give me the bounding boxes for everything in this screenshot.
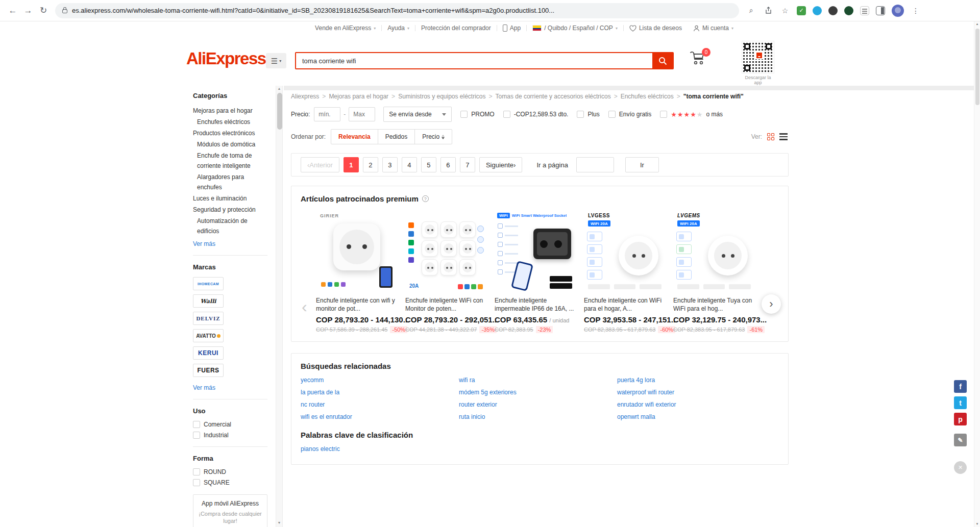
- related-link[interactable]: yecomm: [301, 377, 459, 384]
- checkbox[interactable]: [193, 468, 200, 475]
- browser-back-icon[interactable]: ←: [5, 6, 20, 16]
- nav-locale-selector[interactable]: / Quibdo / Español / COP▾: [527, 24, 623, 32]
- checkbox[interactable]: [460, 111, 468, 118]
- share-icon[interactable]: [763, 6, 773, 16]
- browser-reload-icon[interactable]: ↻: [36, 5, 51, 16]
- scrollbar-thumb[interactable]: [975, 29, 979, 105]
- extension-shield-icon[interactable]: ✓: [797, 6, 806, 15]
- related-link[interactable]: enrutador wifi exterior: [617, 401, 775, 408]
- coupon-filter[interactable]: -COP12,589.53 dto.: [503, 111, 569, 118]
- keyword-link[interactable]: pianos electric: [301, 445, 340, 453]
- sidebar-category[interactable]: Productos electrónicos: [193, 128, 267, 138]
- app-promo-box[interactable]: App móvil AliExpress ¡Compra desde cualq…: [193, 494, 267, 527]
- close-icon[interactable]: ✕: [954, 461, 967, 474]
- checkbox[interactable]: [503, 111, 510, 118]
- sort-price-tab[interactable]: Precio: [415, 130, 452, 144]
- product-title[interactable]: Enchufe inteligente con WiFi para el hog…: [584, 296, 666, 313]
- page-number[interactable]: 5: [421, 157, 436, 172]
- nav-app[interactable]: App: [497, 24, 526, 32]
- nav-help[interactable]: Ayuda▾: [382, 24, 415, 32]
- sort-orders-tab[interactable]: Pedidos: [378, 130, 415, 144]
- related-link[interactable]: la puerta de la: [301, 389, 459, 396]
- scroll-up-icon[interactable]: ▲: [276, 86, 282, 92]
- checkbox[interactable]: [193, 479, 200, 486]
- breadcrumb-link[interactable]: Suministros y equipos eléctricos: [398, 93, 492, 100]
- categories-see-more-link[interactable]: Ver más: [193, 240, 215, 247]
- sidebar-category[interactable]: Módulos de domótica: [193, 139, 267, 149]
- aliexpress-logo[interactable]: AliExpress: [186, 49, 266, 68]
- sidebar-category[interactable]: Alargadores para enchufes: [193, 172, 267, 192]
- scroll-down-icon[interactable]: ▼: [974, 522, 980, 525]
- facebook-share-icon[interactable]: f: [954, 380, 967, 393]
- extension-icon[interactable]: [813, 6, 822, 15]
- product-card[interactable]: LVGEMS WiFi 20A Enchufe inteligente Tuya…: [673, 210, 755, 333]
- scrollbar-thumb[interactable]: [277, 93, 282, 130]
- extension-icon[interactable]: [828, 6, 838, 15]
- page-number[interactable]: 7: [460, 157, 475, 172]
- brands-see-more-link[interactable]: Ver más: [193, 384, 215, 391]
- nav-sell-on-aliexpress[interactable]: Vende en AliExpress▾: [309, 24, 381, 32]
- related-link[interactable]: router exterior: [459, 401, 617, 408]
- grid-view-icon[interactable]: [767, 133, 774, 140]
- uso-option[interactable]: Comercial: [193, 421, 267, 428]
- side-panel-icon[interactable]: [876, 6, 885, 15]
- prev-page-button[interactable]: ‹ Anterior: [301, 157, 339, 172]
- info-icon[interactable]: ?: [422, 195, 429, 202]
- related-link[interactable]: módem 5g exteriores: [459, 389, 617, 396]
- browser-menu-icon[interactable]: ⋮: [911, 6, 921, 16]
- rating-filter[interactable]: ★★★★★ o más: [660, 111, 723, 118]
- related-link[interactable]: puerta 4g lora: [617, 377, 775, 384]
- search-input[interactable]: [296, 53, 652, 68]
- uso-option[interactable]: Industrial: [193, 432, 267, 439]
- product-card[interactable]: WiFi WiFi Smart Waterproof Socket Enchuf…: [495, 210, 576, 333]
- price-max-input[interactable]: [349, 107, 375, 121]
- list-view-icon[interactable]: [779, 133, 788, 140]
- carousel-next-icon[interactable]: ›: [762, 294, 781, 314]
- search-button[interactable]: [652, 53, 673, 68]
- checkbox[interactable]: [660, 111, 667, 118]
- breadcrumb-link[interactable]: Enchufes eléctricos: [621, 93, 680, 100]
- sidebar-category[interactable]: Enchufes eléctricos: [193, 117, 267, 127]
- forma-option[interactable]: SQUARE: [193, 479, 267, 486]
- categories-menu-button[interactable]: ☰▾: [266, 53, 286, 68]
- sidebar-category[interactable]: Enchufe de toma de corriente inteligente: [193, 150, 267, 171]
- product-title[interactable]: Enchufe inteligente impermeable IP66 de …: [495, 296, 576, 313]
- product-card[interactable]: GIRIER Enchufe inteligente con wifi y mo…: [316, 210, 398, 333]
- page-number[interactable]: 4: [402, 157, 417, 172]
- brand-filter[interactable]: FUERS: [193, 364, 224, 377]
- brand-filter[interactable]: IHOMECAM: [193, 277, 224, 290]
- extension-leaf-icon[interactable]: [844, 6, 853, 15]
- sidebar-category[interactable]: Automatización de edificios: [193, 216, 267, 236]
- profile-avatar[interactable]: [892, 5, 904, 17]
- brand-filter[interactable]: KERUI: [193, 346, 224, 360]
- promo-filter[interactable]: PROMO: [460, 111, 494, 118]
- goto-page-input[interactable]: [576, 157, 614, 172]
- reading-list-icon[interactable]: [860, 6, 869, 15]
- related-link[interactable]: waterproof wifi router: [617, 389, 775, 396]
- sidebar-category[interactable]: Mejoras para el hogar: [193, 106, 267, 116]
- related-link[interactable]: ruta inicio: [459, 413, 617, 420]
- breadcrumb-link[interactable]: Aliexpress: [291, 93, 326, 100]
- browser-forward-icon[interactable]: →: [20, 6, 36, 16]
- sidebar-category[interactable]: Luces e iluminación: [193, 193, 267, 204]
- related-link[interactable]: openwrt malla: [617, 413, 775, 420]
- page-number[interactable]: 2: [363, 157, 378, 172]
- page-number[interactable]: 3: [382, 157, 398, 172]
- price-min-input[interactable]: [314, 107, 340, 121]
- go-button[interactable]: Ir: [625, 157, 659, 172]
- forma-option[interactable]: ROUND: [193, 468, 267, 475]
- zoom-icon[interactable]: ⌕: [746, 6, 756, 16]
- product-title[interactable]: Enchufe inteligente Tuya con WiFi para e…: [673, 296, 755, 313]
- pinterest-share-icon[interactable]: p: [954, 413, 967, 425]
- nav-buyer-protection[interactable]: Protección del comprador: [415, 24, 497, 32]
- checkbox[interactable]: [577, 111, 584, 118]
- sort-relevance-tab[interactable]: Relevancia: [331, 130, 378, 144]
- free-shipping-filter[interactable]: Envío gratis: [608, 111, 651, 118]
- nav-account[interactable]: Mi cuenta▾: [688, 24, 739, 32]
- sidebar-category[interactable]: Seguridad y protección: [193, 205, 267, 215]
- breadcrumb-link[interactable]: Mejoras para el hogar: [329, 93, 395, 100]
- brand-filter[interactable]: AVATTO: [193, 329, 224, 342]
- page-number[interactable]: 6: [440, 157, 456, 172]
- checkbox[interactable]: [608, 111, 616, 118]
- brand-filter[interactable]: DELVIZ: [193, 312, 224, 325]
